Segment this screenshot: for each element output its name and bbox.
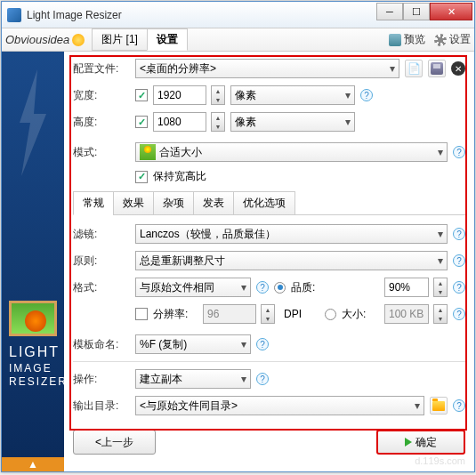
quality-input[interactable] — [384, 278, 429, 297]
play-icon — [405, 438, 412, 447]
mask-label: 模板命名: — [73, 337, 130, 352]
mode-select[interactable]: 合适大小 — [135, 142, 448, 162]
sidebar-expand-button[interactable]: ▲ — [2, 457, 64, 471]
browse-folder-button[interactable] — [430, 397, 448, 415]
aspect-label: 保持宽高比 — [153, 169, 206, 184]
height-input[interactable] — [153, 112, 206, 132]
output-label: 输出目录: — [73, 399, 130, 414]
quality-label: 品质: — [291, 280, 315, 295]
size-help-icon[interactable]: ? — [453, 308, 465, 320]
profile-select[interactable]: <桌面的分辨率> — [135, 59, 399, 78]
size-radio[interactable] — [325, 309, 336, 320]
height-label: 高度: — [73, 115, 130, 130]
subtab-publish[interactable]: 发表 — [193, 191, 234, 215]
width-input[interactable] — [153, 85, 206, 105]
action-help-icon[interactable]: ? — [256, 373, 269, 385]
height-unit-select[interactable]: 像素 — [230, 112, 355, 132]
minimize-button[interactable]: ─ — [376, 3, 403, 20]
save-icon — [431, 62, 443, 75]
format-label: 格式: — [73, 280, 130, 295]
resolution-checkbox[interactable] — [135, 308, 148, 320]
close-button[interactable]: ✕ — [430, 3, 472, 20]
settings-button[interactable]: 设置 — [434, 32, 471, 47]
width-help-icon[interactable]: ? — [360, 89, 373, 101]
action-label: 操作: — [73, 372, 130, 387]
folder-icon — [432, 401, 445, 411]
settings-panel: 配置文件: <桌面的分辨率> 📄 ✕ 宽度: ▲▼ 像素 ? 高度: ▲▼ 像素 — [64, 52, 474, 471]
new-profile-button[interactable]: 📄 — [405, 60, 423, 77]
back-button[interactable]: <上一步 — [73, 430, 156, 455]
sidebar: LIGHT IMAGE RESIZER ▲ — [2, 52, 64, 471]
brand: Obviousidea — [5, 33, 85, 46]
sidebar-title: LIGHT IMAGE RESIZER — [2, 336, 64, 397]
filter-label: 滤镜: — [73, 227, 130, 242]
width-spinner[interactable]: ▲▼ — [211, 85, 225, 105]
filter-help-icon[interactable]: ? — [453, 228, 465, 240]
policy-select[interactable]: 总是重新调整尺寸 — [135, 251, 448, 270]
subtab-optimize[interactable]: 优化选项 — [233, 191, 295, 215]
mode-label: 模式: — [73, 145, 130, 160]
app-icon — [7, 8, 21, 22]
output-select[interactable]: <与原始文件同目录> — [135, 396, 424, 415]
size-input — [384, 304, 429, 324]
subtab-general[interactable]: 常规 — [73, 191, 114, 215]
save-profile-button[interactable] — [428, 60, 446, 77]
preview-icon — [389, 34, 401, 46]
width-label: 宽度: — [73, 88, 130, 103]
titlebar: Light Image Resizer ─ ☐ ✕ — [2, 2, 474, 28]
mask-select[interactable]: %F (复制) — [135, 334, 251, 354]
watermark: d.119s.com — [415, 455, 465, 466]
subtab-misc[interactable]: 杂项 — [153, 191, 194, 215]
ok-button[interactable]: 确定 — [376, 430, 465, 455]
profile-label: 配置文件: — [73, 61, 130, 76]
filter-select[interactable]: Lanczos（较慢，品质最佳） — [135, 224, 448, 244]
width-unit-select[interactable]: 像素 — [230, 85, 355, 105]
policy-help-icon[interactable]: ? — [453, 254, 465, 267]
height-checkbox[interactable] — [135, 116, 148, 128]
output-help-icon[interactable]: ? — [453, 399, 465, 412]
gear-icon — [434, 34, 447, 46]
tab-pictures[interactable]: 图片 [1] — [92, 28, 148, 51]
height-spinner[interactable]: ▲▼ — [211, 112, 225, 132]
size-spinner[interactable]: ▲▼ — [433, 304, 448, 324]
mode-help-icon[interactable]: ? — [453, 146, 465, 158]
subtab-effects[interactable]: 效果 — [113, 191, 154, 215]
mode-icon — [140, 144, 156, 160]
bulb-icon — [72, 34, 85, 46]
width-checkbox[interactable] — [135, 89, 148, 101]
resolution-input — [203, 304, 256, 324]
size-label: 大小: — [342, 307, 366, 322]
subtabs: 常规 效果 杂项 发表 优化选项 — [73, 191, 465, 215]
action-select[interactable]: 建立副本 — [135, 369, 251, 389]
mask-help-icon[interactable]: ? — [256, 338, 269, 350]
sidebar-image-icon — [9, 301, 57, 336]
toolbar: Obviousidea 图片 [1] 设置 预览 设置 — [2, 28, 474, 52]
window-title: Light Image Resizer — [27, 9, 376, 21]
policy-label: 原则: — [73, 254, 130, 269]
aspect-checkbox[interactable] — [135, 171, 148, 183]
quality-spinner[interactable]: ▲▼ — [433, 278, 448, 297]
lightning-icon — [11, 69, 55, 176]
maximize-button[interactable]: ☐ — [403, 3, 430, 20]
preview-button[interactable]: 预览 — [389, 32, 425, 47]
delete-profile-button[interactable]: ✕ — [451, 61, 465, 76]
resolution-unit: DPI — [284, 308, 302, 320]
format-select[interactable]: 与原始文件相同 — [135, 278, 251, 297]
quality-radio[interactable] — [274, 282, 286, 294]
quality-help-icon[interactable]: ? — [453, 281, 465, 294]
resolution-label: 分辨率: — [153, 307, 198, 322]
resolution-spinner[interactable]: ▲▼ — [261, 304, 275, 324]
tab-settings[interactable]: 设置 — [147, 28, 188, 51]
format-help-icon[interactable]: ? — [256, 281, 269, 294]
